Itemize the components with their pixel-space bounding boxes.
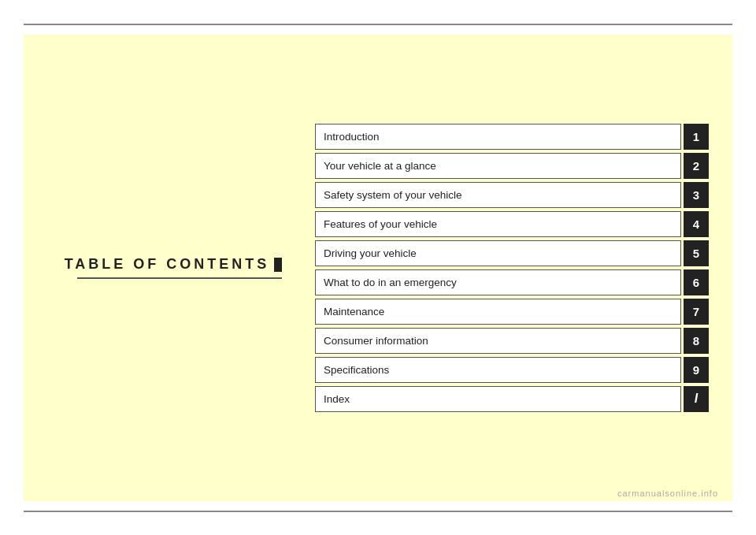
table-row[interactable]: Features of your vehicle4 xyxy=(315,211,709,237)
left-section: TABLE OF CONTENTS xyxy=(47,256,315,279)
table-row[interactable]: What to do in an emergency6 xyxy=(315,269,709,295)
toc-item-number: 3 xyxy=(684,182,709,208)
toc-item-label: Index xyxy=(315,386,681,412)
toc-item-label: Features of your vehicle xyxy=(315,211,681,237)
table-row[interactable]: Driving your vehicle5 xyxy=(315,240,709,266)
table-row[interactable]: Specifications9 xyxy=(315,357,709,383)
toc-item-number: 7 xyxy=(684,299,709,325)
table-row[interactable]: IndexI xyxy=(315,386,709,412)
toc-item-number: 2 xyxy=(684,153,709,179)
toc-item-number: 9 xyxy=(684,357,709,383)
toc-item-number: 8 xyxy=(684,328,709,354)
toc-marker xyxy=(274,258,282,272)
toc-item-number: 1 xyxy=(684,124,709,150)
toc-item-label: Driving your vehicle xyxy=(315,240,681,266)
toc-item-number: 4 xyxy=(684,211,709,237)
top-divider xyxy=(24,24,732,25)
toc-item-number: 5 xyxy=(684,240,709,266)
toc-title-underline xyxy=(77,277,282,279)
content-box: TABLE OF CONTENTS Introduction1Your vehi… xyxy=(24,35,732,501)
toc-title-wrapper: TABLE OF CONTENTS xyxy=(65,256,283,279)
toc-item-label: Maintenance xyxy=(315,299,681,325)
table-row[interactable]: Introduction1 xyxy=(315,124,709,150)
toc-item-label: Introduction xyxy=(315,124,681,150)
watermark: carmanualsonline.info xyxy=(617,489,718,498)
table-row[interactable]: Safety system of your vehicle3 xyxy=(315,182,709,208)
bottom-divider xyxy=(24,511,732,512)
toc-item-number: 6 xyxy=(684,269,709,295)
toc-title: TABLE OF CONTENTS xyxy=(65,256,283,273)
toc-item-label: Consumer information xyxy=(315,328,681,354)
toc-item-number: I xyxy=(684,386,709,412)
table-row[interactable]: Maintenance7 xyxy=(315,299,709,325)
table-row[interactable]: Consumer information8 xyxy=(315,328,709,354)
toc-item-label: Specifications xyxy=(315,357,681,383)
toc-item-label: What to do in an emergency xyxy=(315,269,681,295)
toc-title-text: TABLE OF CONTENTS xyxy=(65,256,270,273)
toc-list: Introduction1Your vehicle at a glance2Sa… xyxy=(315,124,709,412)
toc-item-label: Your vehicle at a glance xyxy=(315,153,681,179)
page-container: TABLE OF CONTENTS Introduction1Your vehi… xyxy=(24,24,732,512)
toc-item-label: Safety system of your vehicle xyxy=(315,182,681,208)
table-row[interactable]: Your vehicle at a glance2 xyxy=(315,153,709,179)
